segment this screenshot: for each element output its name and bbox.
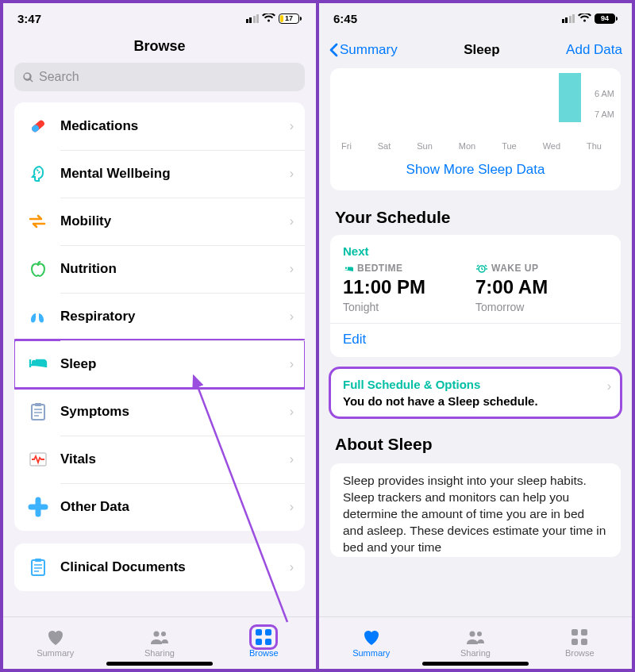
chevron-right-icon: › bbox=[290, 500, 294, 514]
chevron-right-icon: › bbox=[290, 405, 294, 419]
row-respiratory[interactable]: Respiratory › bbox=[14, 293, 305, 340]
search-placeholder: Search bbox=[39, 70, 79, 84]
about-card: Sleep provides insight into your sleep h… bbox=[330, 463, 621, 557]
tab-browse[interactable]: Browse bbox=[212, 617, 316, 669]
svg-rect-19 bbox=[572, 629, 578, 636]
wifi-icon bbox=[578, 13, 591, 23]
nav-bar: Summary Sleep Add Data bbox=[319, 33, 632, 65]
status-time: 6:45 bbox=[333, 12, 357, 25]
phone-sleep: 6:45 94 Summary Sleep Add Data 6 AM 7 AM bbox=[318, 2, 633, 670]
chart-time-labels: 6 AM 7 AM bbox=[595, 89, 614, 119]
chevron-right-icon: › bbox=[290, 309, 294, 324]
heart-icon bbox=[45, 628, 66, 646]
svg-rect-21 bbox=[572, 639, 578, 645]
row-mobility[interactable]: Mobility › bbox=[14, 198, 305, 245]
chevron-right-icon: › bbox=[290, 119, 294, 133]
home-indicator[interactable] bbox=[106, 662, 213, 666]
row-mental-wellbeing[interactable]: Mental Wellbeing › bbox=[14, 150, 305, 198]
pill-icon bbox=[25, 113, 51, 139]
chevron-right-icon: › bbox=[290, 452, 294, 467]
status-bar: 3:47 17 bbox=[3, 3, 316, 33]
tab-browse[interactable]: Browse bbox=[528, 617, 632, 669]
grid-icon bbox=[253, 628, 274, 646]
svg-point-17 bbox=[469, 632, 475, 637]
cellular-icon bbox=[246, 14, 260, 23]
bedtime-block: BEDTIME 11:00 PM Tonight bbox=[343, 263, 475, 313]
svg-point-8 bbox=[161, 632, 166, 636]
row-sleep[interactable]: Sleep › bbox=[14, 340, 305, 388]
wakeup-block: WAKE UP 7:00 AM Tomorrow bbox=[475, 263, 608, 313]
tab-summary[interactable]: Summary bbox=[3, 617, 107, 669]
secondary-list: Clinical Documents › bbox=[14, 543, 305, 591]
svg-rect-11 bbox=[256, 639, 262, 645]
add-data-button[interactable]: Add Data bbox=[566, 42, 622, 58]
grid-icon bbox=[569, 628, 590, 646]
row-clinical-documents[interactable]: Clinical Documents › bbox=[14, 543, 305, 591]
svg-point-15 bbox=[476, 268, 478, 270]
bed-icon bbox=[25, 351, 51, 377]
page-title: Browse bbox=[3, 33, 316, 63]
document-icon bbox=[25, 555, 51, 580]
alarm-icon bbox=[475, 264, 488, 273]
row-symptoms[interactable]: Symptoms › bbox=[14, 388, 305, 436]
sleep-chart-card[interactable]: 6 AM 7 AM Fri Sat Sun Mon Tue Wed Thu Sh… bbox=[330, 68, 621, 190]
home-indicator[interactable] bbox=[422, 662, 529, 666]
cellular-icon bbox=[562, 14, 575, 23]
plus-icon bbox=[25, 494, 51, 520]
bed-icon bbox=[343, 264, 354, 273]
wakeup-value: 7:00 AM bbox=[475, 276, 608, 298]
chevron-right-icon: › bbox=[290, 357, 294, 371]
people-icon bbox=[149, 628, 170, 646]
svg-rect-10 bbox=[265, 629, 271, 636]
schedule-next-label: Next bbox=[343, 244, 608, 258]
svg-point-16 bbox=[486, 268, 487, 270]
about-heading: About Sleep bbox=[319, 417, 632, 460]
svg-point-7 bbox=[153, 632, 159, 637]
row-medications[interactable]: Medications › bbox=[14, 102, 305, 150]
wifi-icon bbox=[262, 13, 275, 23]
nav-title: Sleep bbox=[464, 42, 499, 58]
heartbeat-icon bbox=[25, 447, 51, 472]
category-list: Medications › Mental Wellbeing › Mobilit… bbox=[14, 102, 305, 531]
bedtime-day: Tonight bbox=[343, 301, 475, 313]
back-button[interactable]: Summary bbox=[329, 42, 398, 58]
heart-icon bbox=[361, 628, 382, 646]
wakeup-day: Tomorrow bbox=[475, 301, 608, 313]
battery-icon: 94 bbox=[595, 13, 618, 24]
chevron-left-icon bbox=[329, 43, 338, 57]
schedule-heading: Your Schedule bbox=[319, 190, 632, 233]
status-bar: 6:45 94 bbox=[319, 3, 632, 33]
status-time: 3:47 bbox=[17, 12, 41, 25]
search-icon bbox=[22, 71, 34, 83]
chart-day-labels: Fri Sat Sun Mon Tue Wed Thu bbox=[337, 141, 614, 151]
edit-schedule-button[interactable]: Edit bbox=[343, 332, 608, 348]
clipboard-icon bbox=[25, 399, 51, 424]
battery-icon: 17 bbox=[279, 13, 302, 24]
svg-point-18 bbox=[477, 632, 482, 636]
bedtime-value: 11:00 PM bbox=[343, 276, 475, 298]
brain-icon bbox=[25, 161, 51, 186]
status-right: 94 bbox=[562, 13, 618, 24]
row-other-data[interactable]: Other Data › bbox=[14, 483, 305, 531]
full-schedule-button[interactable]: Full Schedule & Options You do not have … bbox=[330, 368, 621, 417]
svg-rect-12 bbox=[265, 639, 271, 645]
chevron-right-icon: › bbox=[290, 214, 294, 228]
about-text: Sleep provides insight into your sleep h… bbox=[343, 473, 608, 556]
svg-rect-6 bbox=[35, 559, 41, 562]
svg-rect-9 bbox=[256, 629, 262, 636]
search-input[interactable]: Search bbox=[14, 63, 305, 91]
svg-rect-20 bbox=[581, 629, 587, 636]
status-right: 17 bbox=[246, 13, 302, 24]
tab-summary[interactable]: Summary bbox=[319, 617, 423, 669]
svg-rect-22 bbox=[581, 639, 587, 645]
schedule-card: Next BEDTIME 11:00 PM Tonight WAKE UP 7:… bbox=[330, 235, 621, 357]
chevron-right-icon: › bbox=[290, 262, 294, 276]
show-more-link[interactable]: Show More Sleep Data bbox=[337, 151, 614, 181]
phone-browse: 3:47 17 Browse Search Medications › bbox=[2, 2, 318, 670]
apple-icon bbox=[25, 256, 51, 282]
row-vitals[interactable]: Vitals › bbox=[14, 436, 305, 483]
chart-bar-thu bbox=[559, 73, 581, 122]
people-icon bbox=[465, 628, 486, 646]
lungs-icon bbox=[25, 304, 51, 329]
row-nutrition[interactable]: Nutrition › bbox=[14, 245, 305, 293]
